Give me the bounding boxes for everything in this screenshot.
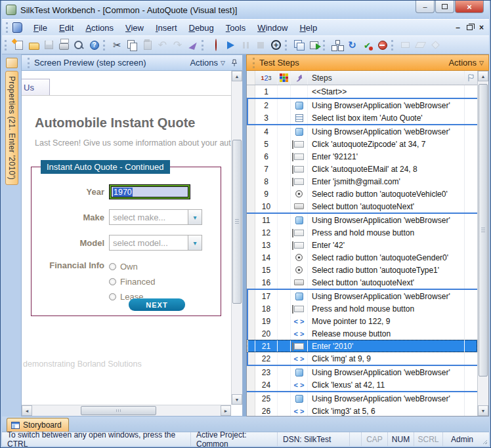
toolbar-grip[interactable] (5, 40, 8, 51)
test-step-row[interactable]: 8Enter 'jsmith@gmail.com' (247, 175, 477, 188)
menu-insert[interactable]: Insert (150, 21, 183, 35)
step-text[interactable]: Using BrowserApplication 'webBrowser' (308, 366, 464, 378)
menubar-grip[interactable] (6, 22, 9, 33)
scroll-down-icon[interactable]: ▼ (478, 405, 488, 416)
test-step-row[interactable]: 7Click 'autoquoteEMail' at 24, 8 (247, 163, 477, 175)
step-text[interactable]: Press and hold mouse button (308, 226, 464, 239)
help-icon[interactable] (87, 39, 101, 52)
step-text[interactable]: Using BrowserApplication 'webBrowser' (308, 214, 464, 226)
make-select[interactable]: select make... ▾ (109, 209, 202, 225)
test-step-row[interactable]: 11Using BrowserApplication 'webBrowser' (247, 214, 477, 226)
step-text[interactable]: Select button 'autoquoteNext' (308, 276, 464, 289)
screen-preview-actions-menu[interactable]: Actions ▽ (190, 58, 225, 68)
toolbar-grip[interactable] (202, 40, 205, 51)
test-step-row[interactable]: 14Select radio button 'autoquoteGender0' (247, 251, 477, 264)
radio-icon[interactable] (109, 293, 116, 300)
test-step-row[interactable]: 1<<Start>> (247, 85, 477, 98)
model-select[interactable]: select model... ▾ (109, 235, 202, 251)
steps-column-header[interactable]: Steps (308, 71, 464, 85)
step-text[interactable]: Enter '42' (308, 239, 464, 251)
test-step-row[interactable]: 22Click 'img' at 9, 9 (247, 352, 477, 365)
menu-file[interactable]: File (28, 21, 53, 35)
step-text[interactable]: Click 'lexus' at 42, 11 (308, 378, 464, 391)
stop-error-icon[interactable] (375, 39, 389, 52)
step-text[interactable]: Press and hold mouse button (308, 302, 464, 315)
panel-grip[interactable] (28, 58, 31, 68)
step-text[interactable]: Select radio button 'autoquoteVehicle0' (308, 188, 464, 200)
page-partial-tab[interactable]: Us (22, 79, 50, 96)
step-text[interactable]: Click 'autoquoteEMail' at 24, 8 (308, 163, 464, 175)
radio-option-financed[interactable]: Financed (109, 277, 155, 287)
scrollbar-thumb[interactable] (479, 84, 488, 377)
menu-debug[interactable]: Debug (183, 21, 220, 35)
test-step-row[interactable]: 5Click 'autoquoteZipcode' at 34, 7 (247, 138, 477, 150)
test-step-row[interactable]: 9Select radio button 'autoquoteVehicle0' (247, 188, 477, 200)
test-step-row[interactable]: 12Press and hold mouse button (247, 226, 477, 239)
step-text[interactable]: Release mouse button (308, 327, 464, 340)
toolbar-grip[interactable] (103, 40, 106, 51)
menu-window[interactable]: Window (251, 21, 293, 35)
step-text[interactable]: Select radio button 'autoquoteGender0' (308, 251, 464, 264)
scroll-up-icon[interactable]: ▲ (478, 71, 488, 81)
properties-tab[interactable]: Properties (21. Enter '2010') (5, 71, 18, 185)
record-icon[interactable] (209, 39, 223, 52)
step-text[interactable]: Select radio button 'autoquoteType1' (308, 264, 464, 276)
window-copy-icon[interactable] (292, 39, 306, 52)
debug-arrow-icon[interactable] (186, 39, 200, 52)
maximize-button[interactable] (435, 1, 454, 13)
resize-grip[interactable] (481, 432, 489, 446)
test-step-row[interactable]: 2Using BrowserApplication 'webBrowser' (247, 99, 477, 112)
export-icon[interactable] (307, 39, 321, 52)
preview-icon[interactable] (72, 39, 86, 52)
model-dropdown-button[interactable]: ▾ (188, 235, 202, 250)
test-step-row[interactable]: 6Enter '92121' (247, 150, 477, 163)
step-text[interactable]: Click 'autoquoteZipcode' at 34, 7 (308, 138, 464, 150)
scrollbar-thumb[interactable] (232, 140, 242, 304)
test-step-row[interactable]: 19Move pointer to 122, 9 (247, 315, 477, 327)
scrollbar-thumb[interactable] (81, 406, 156, 415)
open-icon[interactable] (27, 39, 41, 52)
row-number-column-icon[interactable]: 123 (255, 71, 278, 85)
step-text[interactable]: Using BrowserApplication 'webBrowser' (308, 392, 464, 405)
radio-icon[interactable] (109, 278, 116, 285)
close-button[interactable]: × (455, 1, 484, 13)
verify-icon[interactable] (360, 39, 374, 52)
test-step-row[interactable]: 18Press and hold mouse button (247, 302, 477, 315)
test-step-row[interactable]: 4Using BrowserApplication 'webBrowser' (247, 125, 477, 138)
menu-edit[interactable]: Edit (53, 21, 79, 35)
mdi-close-button[interactable]: × (479, 24, 484, 31)
action-column-icon[interactable] (291, 71, 308, 85)
test-steps-actions-menu[interactable]: Actions ▽ (448, 58, 484, 68)
step-text[interactable]: <<Start>> (308, 85, 464, 98)
step-text[interactable]: Using BrowserApplication 'webBrowser' (308, 125, 464, 138)
mdi-restore-button[interactable] (467, 25, 473, 30)
play-icon[interactable] (224, 39, 238, 52)
steps-vertical-scrollbar[interactable]: ▲ ▼ (477, 71, 488, 416)
next-button[interactable]: NEXT (129, 298, 185, 311)
step-text[interactable]: Click 'img' at 9, 9 (308, 352, 464, 365)
year-input[interactable]: 1970 (111, 186, 188, 197)
menu-tools[interactable]: Tools (220, 21, 251, 35)
minimize-button[interactable]: – (416, 1, 435, 13)
step-text[interactable]: Select list box item 'Auto Quote' (308, 112, 464, 124)
make-dropdown-button[interactable]: ▾ (188, 210, 202, 224)
radio-icon[interactable] (109, 263, 116, 270)
test-step-row[interactable]: 21Enter '2010' (247, 340, 477, 352)
screen-column-icon[interactable] (278, 71, 291, 85)
preview-horizontal-scrollbar[interactable]: ◄ ► (22, 405, 231, 416)
scroll-right-icon[interactable]: ► (221, 405, 231, 416)
test-step-row[interactable]: 10Select button 'autoquoteNext' (247, 200, 477, 213)
scroll-left-icon[interactable]: ◄ (22, 405, 32, 416)
test-step-row[interactable]: 20Release mouse button (247, 327, 477, 340)
toolbar-grip[interactable] (285, 40, 288, 51)
test-step-row[interactable]: 26Click 'img3' at 5, 6 (247, 405, 477, 416)
pin-icon[interactable] (231, 59, 238, 67)
new-file-icon[interactable] (12, 39, 26, 52)
menu-help[interactable]: Help (293, 21, 323, 35)
refresh-icon[interactable] (345, 39, 359, 52)
test-step-row[interactable]: 17Using BrowserApplication 'webBrowser' (247, 290, 477, 302)
test-step-row[interactable]: 15Select radio button 'autoquoteType1' (247, 264, 477, 276)
step-text[interactable]: Select button 'autoquoteNext' (308, 200, 464, 213)
radio-option-own[interactable]: Own (109, 262, 155, 272)
print-icon[interactable] (57, 39, 71, 52)
